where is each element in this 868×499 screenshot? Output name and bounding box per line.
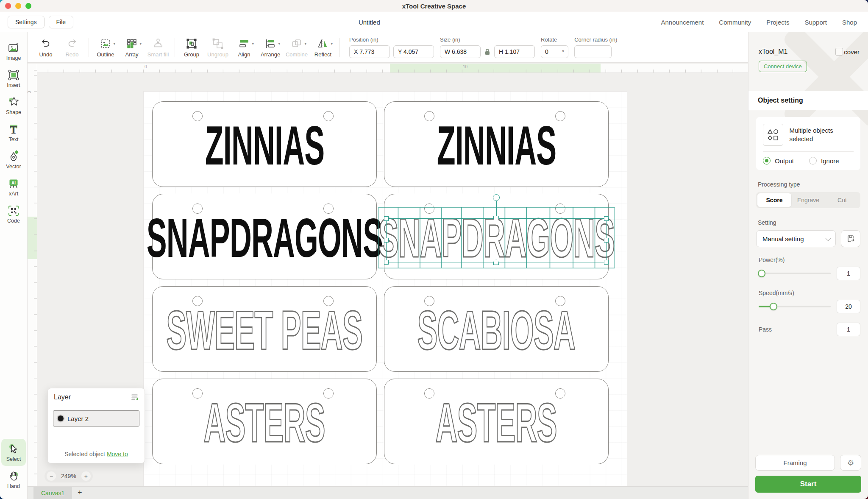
tag-zinnias-2[interactable]: ZINNIAS: [384, 101, 609, 187]
tag-asters-1[interactable]: ASTERS: [152, 379, 377, 464]
tab-canvas1[interactable]: Canvas1: [33, 487, 72, 499]
sidebar-item-xart[interactable]: AI xArt: [1, 173, 26, 201]
settings-button[interactable]: Settings: [8, 16, 45, 28]
framing-button[interactable]: Framing: [755, 455, 835, 471]
sidebar-item-shape[interactable]: Shape: [1, 92, 26, 119]
text-icon: T: [7, 123, 20, 136]
tag-snapdragons-solid[interactable]: SNAPDRAGONS: [152, 194, 377, 279]
undo-button[interactable]: Undo: [33, 37, 59, 58]
corner-radius-input[interactable]: [574, 45, 612, 58]
speed-slider-knob[interactable]: [770, 303, 777, 310]
arrange-icon: ▾: [264, 37, 276, 50]
power-slider[interactable]: [759, 270, 831, 277]
zoom-in-button[interactable]: +: [81, 471, 91, 481]
size-label: Size (in): [440, 36, 535, 43]
power-label: Power(%): [759, 256, 858, 263]
sidebar-item-text[interactable]: T Text: [1, 119, 26, 146]
tag-zinnias-1[interactable]: ZINNIAS: [152, 101, 377, 187]
toolbar-separator: [175, 38, 175, 57]
toolbar-separator: [89, 38, 89, 57]
size-group: Size (in): [440, 36, 535, 58]
sidebar-item-image[interactable]: Image: [1, 38, 26, 65]
ignore-label: Ignore: [821, 157, 839, 164]
group-button[interactable]: Group: [178, 37, 205, 58]
toolbar-separator: [339, 38, 340, 57]
nav-announcement[interactable]: Announcement: [661, 19, 704, 26]
size-width-input[interactable]: [440, 45, 481, 58]
speed-input[interactable]: [837, 300, 860, 313]
reflect-button[interactable]: ▾ Reflect: [310, 37, 336, 58]
connect-device-button[interactable]: Connect device: [759, 61, 807, 72]
pass-input[interactable]: [837, 323, 860, 336]
tag-snapdragons-selected[interactable]: SNAPDRAGONS: [384, 194, 609, 279]
object-setting-title: Object setting: [748, 91, 868, 110]
tab-score[interactable]: Score: [757, 193, 791, 207]
file-button[interactable]: File: [49, 16, 74, 28]
position-y-input[interactable]: [393, 45, 434, 58]
tag-asters-2[interactable]: ASTERS: [384, 379, 609, 464]
rotate-input-box[interactable]: °: [541, 45, 568, 58]
rotate-handle[interactable]: [493, 194, 500, 201]
speed-slider[interactable]: [759, 303, 831, 310]
canvas-tabbar: Canvas1 +: [28, 486, 748, 499]
cover-checkbox[interactable]: [835, 48, 843, 56]
align-button[interactable]: ▾ Align: [231, 37, 257, 58]
tag-text: ZINNIAS: [205, 124, 324, 168]
move-to-link[interactable]: Move to: [107, 451, 128, 457]
vertical-ruler: 0: [28, 64, 37, 499]
tag-text: SNAPDRAGONS: [146, 216, 383, 261]
sidebar-item-vector[interactable]: Vector: [1, 146, 26, 173]
processing-type-label: Processing type: [758, 181, 859, 188]
tab-cut[interactable]: Cut: [825, 193, 859, 207]
save-setting-button[interactable]: [841, 230, 860, 247]
array-button[interactable]: ▾ Array: [119, 37, 145, 58]
app-window: xTool Creative Space Settings File Untit…: [0, 0, 868, 499]
ignore-radio[interactable]: [809, 157, 817, 164]
nav-projects[interactable]: Projects: [766, 19, 789, 26]
vector-icon: [7, 150, 20, 163]
tab-engrave[interactable]: Engrave: [791, 193, 825, 207]
layer-color-dot: [58, 415, 64, 421]
arrange-button[interactable]: ▾ Arrange: [257, 37, 284, 58]
tag-text: SWEET PEAS: [167, 309, 363, 353]
position-group: Position (in): [349, 36, 434, 58]
processing-type-tabs: Score Engrave Cut: [756, 192, 860, 208]
rotate-input[interactable]: [545, 48, 556, 55]
lock-ratio-icon[interactable]: [484, 48, 491, 55]
hand-tool[interactable]: Hand: [1, 466, 26, 493]
setting-dropdown[interactable]: Manual setting: [756, 230, 836, 247]
power-input[interactable]: [837, 267, 860, 280]
output-radio[interactable]: [763, 157, 771, 164]
position-x-input[interactable]: [349, 45, 390, 58]
power-slider-knob[interactable]: [758, 270, 765, 277]
tag-hole: [424, 111, 434, 121]
layer-row-layer2[interactable]: Layer 2: [53, 410, 139, 427]
sidebar-item-code[interactable]: Code: [1, 201, 26, 228]
layer-options-icon[interactable]: [131, 393, 139, 401]
rotate-group: Rotate °: [541, 36, 568, 58]
shape-icon: [7, 96, 20, 109]
select-tool[interactable]: Select: [1, 439, 26, 466]
output-label: Output: [775, 157, 794, 164]
svg-text:T: T: [10, 124, 17, 136]
zoom-control: − 249% +: [45, 470, 93, 482]
toolbar: Undo Redo ▾ Outline ▾ Array Smart fill: [28, 32, 748, 63]
nav-shop[interactable]: Shop: [842, 19, 857, 26]
sidebar-item-insert[interactable]: Insert: [1, 65, 26, 92]
tag-text: ASTERS: [204, 401, 325, 446]
start-button[interactable]: Start: [755, 476, 861, 493]
tag-scabiosa[interactable]: SCABIOSA: [384, 286, 609, 372]
add-canvas-button[interactable]: +: [72, 487, 87, 499]
nav-support[interactable]: Support: [804, 19, 827, 26]
framing-settings-button[interactable]: ⚙: [840, 455, 861, 471]
nav-community[interactable]: Community: [719, 19, 751, 26]
image-icon: [7, 42, 20, 54]
canvas-area: 0 10 0 ZINNIAS ZINNIAS SNAPDRAGONS: [28, 63, 748, 499]
tag-hole: [555, 111, 565, 121]
zoom-out-button[interactable]: −: [47, 471, 56, 481]
outline-button[interactable]: ▾ Outline: [92, 37, 119, 58]
object-setting-card: Multiple objects selected Output Ignore: [756, 117, 860, 170]
size-height-input[interactable]: [494, 45, 535, 58]
tag-text: ASTERS: [436, 401, 557, 446]
tag-sweet-peas[interactable]: SWEET PEAS: [152, 286, 377, 372]
